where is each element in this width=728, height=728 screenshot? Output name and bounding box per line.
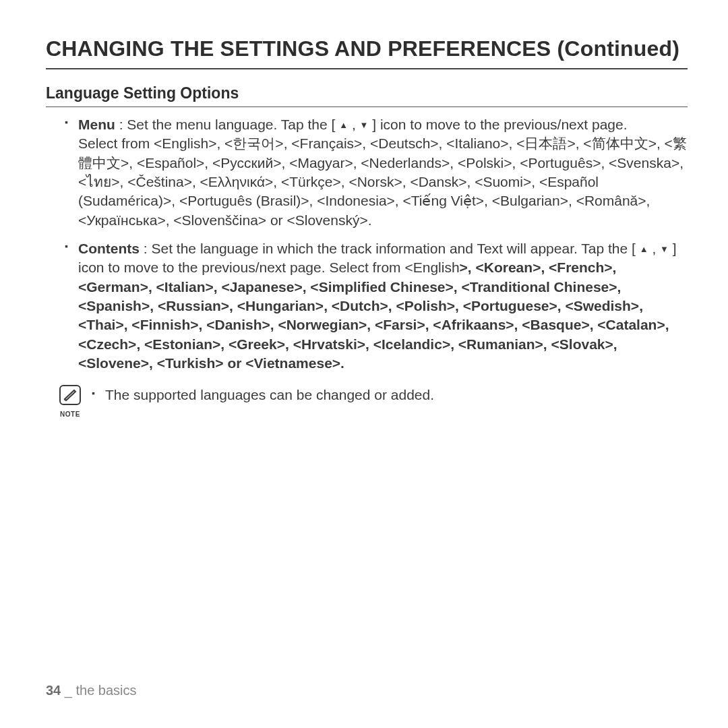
page-footer: 34 _ the basics (46, 683, 137, 698)
option-menu: Menu : Set the menu language. Tap the [ … (65, 115, 688, 230)
up-triangle-icon: ▲ (339, 121, 348, 129)
option-desc: : Set the language in which the track in… (140, 241, 640, 256)
option-languages: Select from <English>, <한국어>, <Français>… (78, 135, 687, 227)
note-label: NOTE (57, 411, 84, 418)
up-triangle-icon: ▲ (640, 245, 648, 253)
option-contents: Contents : Set the language in which the… (65, 239, 688, 373)
chapter-name: the basics (76, 683, 137, 698)
page-number: 34 (46, 683, 61, 698)
note-icon-wrap: NOTE (57, 385, 84, 418)
page-title: CHANGING THE SETTINGS AND PREFERENCES (C… (46, 36, 688, 69)
note-block: NOTE The supported languages can be chan… (46, 385, 688, 418)
manual-page: CHANGING THE SETTINGS AND PREFERENCES (C… (0, 0, 728, 728)
note-icon (59, 385, 81, 405)
option-desc: : Set the menu language. Tap the [ (115, 117, 339, 132)
icon-separator: , (348, 117, 360, 132)
footer-separator: _ (61, 683, 75, 698)
down-triangle-icon: ▼ (660, 245, 669, 253)
option-label: Contents (78, 241, 140, 256)
icon-separator: , (648, 241, 661, 256)
options-list: Menu : Set the menu language. Tap the [ … (46, 115, 688, 373)
note-text: The supported languages can be changed o… (92, 385, 434, 403)
down-triangle-icon: ▼ (360, 121, 369, 129)
option-desc: ] icon to move to the previous/next page… (368, 117, 627, 132)
section-heading: Language Setting Options (46, 84, 688, 107)
bold-bracket: >, <Tranditional Chinese (446, 279, 609, 295)
option-label: Menu (78, 117, 115, 132)
